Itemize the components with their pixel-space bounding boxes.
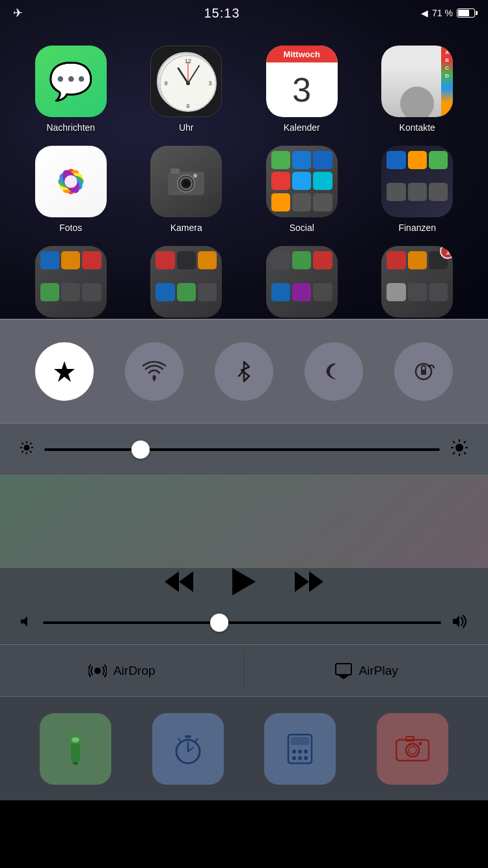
app-label-kamera: Kamera xyxy=(170,223,202,233)
svg-marker-46 xyxy=(165,571,179,592)
airplane-icon xyxy=(51,359,77,385)
svg-text:6: 6 xyxy=(187,103,190,109)
message-bubble-icon: 💬 xyxy=(48,60,94,103)
media-forward-button[interactable] xyxy=(295,570,323,599)
calendar-face: Mittwoch 3 xyxy=(266,46,338,117)
svg-line-42 xyxy=(464,452,466,454)
svg-line-43 xyxy=(464,441,466,443)
volume-slider-thumb[interactable] xyxy=(210,614,228,632)
app-icon-uhr: 12 3 6 9 xyxy=(150,46,222,117)
location-icon: ◀ xyxy=(421,8,428,18)
folder-grid-finanzen xyxy=(381,146,453,217)
app-icon-kamera xyxy=(150,146,222,217)
app-folder3[interactable] xyxy=(244,239,360,319)
cc-volume-row xyxy=(0,614,488,631)
app-kamera[interactable]: Kamera xyxy=(129,139,245,239)
shortcut-torch[interactable] xyxy=(40,713,111,785)
airplane-mode-icon: ✈ xyxy=(13,6,23,20)
media-play-button[interactable] xyxy=(232,568,256,601)
cc-brightness-row xyxy=(0,423,488,475)
brightness-slider-track[interactable] xyxy=(44,448,440,451)
toggle-bluetooth[interactable] xyxy=(215,342,273,401)
cc-shortcuts-row xyxy=(0,696,488,800)
camera-svg xyxy=(167,165,205,198)
control-center: AirDrop AirPlay xyxy=(0,319,488,800)
svg-marker-49 xyxy=(309,571,323,592)
svg-point-71 xyxy=(298,756,302,760)
volume-high-icon xyxy=(452,614,468,631)
app-kontakte[interactable]: A B C D Kontakte xyxy=(360,39,476,139)
toggle-airplane[interactable] xyxy=(35,342,94,401)
app-fotos[interactable]: Fotos xyxy=(13,139,129,239)
app-kalender[interactable]: Mittwoch 3 Kalender xyxy=(244,39,360,139)
svg-point-17 xyxy=(64,175,77,188)
contact-silhouette xyxy=(400,87,434,117)
app-icon-folder4: 1 xyxy=(381,246,453,318)
battery-percent: 71 % xyxy=(432,8,453,18)
rotation-lock-icon xyxy=(411,359,437,385)
svg-rect-53 xyxy=(336,664,351,675)
app-nachrichten[interactable]: 💬 Nachrichten xyxy=(13,39,129,139)
app-finanzen[interactable]: Finanzen xyxy=(360,139,476,239)
toggle-donotdisturb[interactable] xyxy=(305,342,363,401)
brightness-slider-thumb[interactable] xyxy=(131,441,150,459)
folder-grid-2 xyxy=(150,246,222,318)
media-rewind-button[interactable] xyxy=(165,570,193,599)
cal-month: Mittwoch xyxy=(284,49,320,59)
moon-icon xyxy=(321,359,347,385)
svg-marker-48 xyxy=(295,571,309,592)
clock-face: 12 3 6 9 xyxy=(157,52,215,111)
folder-grid-social xyxy=(266,146,338,217)
play-icon xyxy=(232,568,256,595)
svg-line-34 xyxy=(30,443,31,444)
airdrop-button[interactable]: AirDrop xyxy=(0,645,244,696)
battery-bar xyxy=(457,8,475,18)
sun-small-svg xyxy=(20,441,34,455)
svg-point-52 xyxy=(94,668,101,674)
volume-slider-track[interactable] xyxy=(43,621,441,624)
svg-point-77 xyxy=(418,742,422,745)
shortcut-timer[interactable] xyxy=(152,713,224,785)
svg-rect-57 xyxy=(73,762,78,765)
svg-point-23 xyxy=(193,174,197,178)
timer-icon xyxy=(171,732,205,766)
svg-point-67 xyxy=(292,750,296,753)
photos-svg xyxy=(48,159,94,204)
shortcut-calculator[interactable] xyxy=(264,713,336,785)
app-folder1[interactable] xyxy=(13,239,129,319)
app-label-kontakte: Kontakte xyxy=(400,122,435,133)
app-folder2[interactable] xyxy=(129,239,245,319)
contacts-stripe: A B C D xyxy=(441,46,453,117)
shortcut-camera[interactable] xyxy=(377,713,448,785)
svg-point-76 xyxy=(409,746,416,754)
app-label-uhr: Uhr xyxy=(179,122,194,133)
svg-line-32 xyxy=(22,443,23,444)
airplay-button[interactable]: AirPlay xyxy=(244,645,488,696)
cc-media-controls xyxy=(165,568,323,601)
toggle-rotation[interactable] xyxy=(394,342,453,401)
svg-rect-26 xyxy=(421,370,426,375)
svg-marker-50 xyxy=(21,616,27,627)
svg-point-58 xyxy=(72,737,79,742)
folder-grid-3 xyxy=(266,246,338,318)
svg-point-22 xyxy=(183,180,189,187)
app-icon-folder1 xyxy=(35,246,107,318)
cc-air-row: AirDrop AirPlay xyxy=(0,644,488,696)
silhouette-svg xyxy=(403,89,431,117)
bluetooth-icon xyxy=(231,359,257,385)
toggle-wifi[interactable] xyxy=(125,342,183,401)
app-social[interactable]: Social xyxy=(244,139,360,239)
cal-body: 3 xyxy=(292,62,311,117)
svg-point-10 xyxy=(405,107,429,117)
svg-marker-51 xyxy=(453,616,459,627)
status-bar: ✈ 15:13 ◀ 71 % xyxy=(0,0,488,26)
svg-point-69 xyxy=(304,750,308,753)
airplay-icon xyxy=(334,662,353,679)
svg-rect-66 xyxy=(291,737,309,745)
app-label-fotos: Fotos xyxy=(59,223,82,233)
app-folder4[interactable]: 1 xyxy=(360,239,476,319)
svg-line-63 xyxy=(178,739,181,741)
svg-text:3: 3 xyxy=(209,80,212,87)
folder-grid-1 xyxy=(35,246,107,318)
app-uhr[interactable]: 12 3 6 9 Uhr xyxy=(129,39,245,139)
